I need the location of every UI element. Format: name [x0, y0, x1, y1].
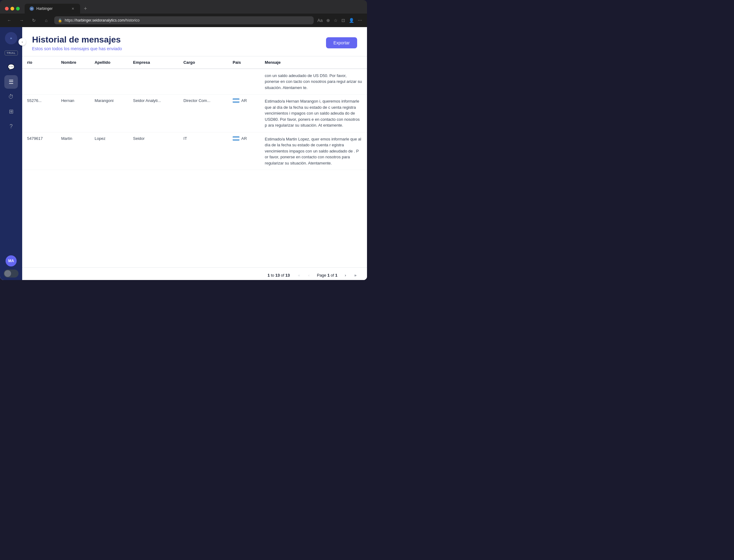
- history-icon: ⏱: [8, 94, 14, 100]
- sidebar-bottom: MA: [4, 255, 18, 278]
- sidebar-expand-button[interactable]: ›: [18, 38, 26, 46]
- sidebar-item-whatsapp[interactable]: 💬: [4, 60, 18, 74]
- export-button[interactable]: Exportar: [326, 37, 357, 48]
- col-header-apellido: Apellido: [90, 56, 128, 69]
- last-page-button[interactable]: »: [351, 271, 359, 279]
- cell-mensaje: con un saldo adeudado de US D50. Por fav…: [260, 69, 367, 95]
- main-content: Historial de mensajes Estos son todos lo…: [22, 27, 367, 280]
- logo-text: H: [10, 37, 12, 39]
- reload-button[interactable]: ↻: [30, 16, 38, 25]
- cell-empresa: [128, 69, 179, 95]
- sidebar-item-help[interactable]: ?: [4, 120, 18, 133]
- page-indicator: Page 1 of 1: [314, 273, 340, 278]
- reader-view-icon[interactable]: Aa: [317, 18, 322, 23]
- cell-apellido: [90, 69, 128, 95]
- message-text: con un saldo adeudado de US D50. Por fav…: [265, 73, 362, 91]
- cell-nombre: [56, 69, 89, 95]
- page-title: Historial de mensajes: [32, 34, 122, 45]
- profile-icon[interactable]: 👤: [349, 18, 354, 23]
- table-header-row: rio Nombre Apellido Empresa Cargo Pais M…: [22, 56, 367, 69]
- new-tab-button[interactable]: +: [81, 4, 90, 13]
- home-button[interactable]: ⌂: [42, 16, 51, 25]
- url-path: /historico: [125, 18, 140, 22]
- col-header-nombre: Nombre: [56, 56, 89, 69]
- cell-cargo: IT: [178, 132, 228, 170]
- browser-titlebar: H Harbinger ✕ +: [0, 0, 367, 14]
- list-icon: ☰: [9, 79, 14, 85]
- address-bar[interactable]: 🔒 https://harbinger.seidoranalytics.com/…: [54, 16, 314, 24]
- cell-pais: AR: [228, 95, 260, 132]
- extensions-icon[interactable]: ⊡: [341, 18, 345, 23]
- header-title-group: Historial de mensajes Estos son todos lo…: [32, 34, 122, 51]
- flag-cell: AR: [233, 136, 255, 141]
- table-container[interactable]: rio Nombre Apellido Empresa Cargo Pais M…: [22, 56, 367, 267]
- sidebar-item-history[interactable]: ⏱: [4, 90, 18, 103]
- cell-mensaje: Estimado/a Hernan Marangon i, queremos i…: [260, 95, 367, 132]
- prev-page-button[interactable]: ‹: [304, 271, 313, 279]
- table-icon: ⊞: [9, 108, 14, 115]
- more-options-icon[interactable]: ⋯: [358, 18, 362, 23]
- cell-apellido: Lopez: [90, 132, 128, 170]
- bookmark-icon[interactable]: ☆: [334, 18, 338, 23]
- browser-toolbar: ← → ↻ ⌂ 🔒 https://harbinger.seidoranalyt…: [0, 14, 367, 27]
- close-tab-button[interactable]: ✕: [70, 6, 75, 11]
- traffic-lights: [5, 7, 20, 10]
- help-icon: ?: [10, 123, 13, 130]
- col-header-cargo: Cargo: [178, 56, 228, 69]
- active-tab[interactable]: H Harbinger ✕: [25, 4, 80, 14]
- tab-title: Harbinger: [36, 6, 68, 11]
- sidebar-item-table[interactable]: ⊞: [4, 105, 18, 118]
- next-page-button[interactable]: ›: [341, 271, 350, 279]
- flag-ar-icon: [233, 136, 239, 141]
- close-window-button[interactable]: [5, 7, 9, 10]
- page-header: Historial de mensajes Estos son todos lo…: [22, 27, 367, 56]
- message-text: Estimado/a Hernan Marangon i, queremos i…: [265, 98, 362, 128]
- first-page-button[interactable]: «: [294, 271, 303, 279]
- trial-badge: TRIAL: [5, 51, 18, 55]
- dark-mode-toggle[interactable]: [4, 270, 18, 278]
- table-row: 5479617 Martin Lopez Seidor IT AR Es: [22, 132, 367, 170]
- pagination-info: 1 to 13 of 13: [267, 273, 290, 278]
- col-header-pais: Pais: [228, 56, 260, 69]
- toggle-knob: [4, 270, 11, 277]
- whatsapp-icon: 💬: [8, 64, 14, 71]
- avatar[interactable]: MA: [6, 255, 17, 266]
- cell-nombre: Hernan: [56, 95, 89, 132]
- cell-cargo: [178, 69, 228, 95]
- minimize-window-button[interactable]: [10, 7, 14, 10]
- lock-icon: 🔒: [58, 18, 62, 22]
- reader-mode-icon[interactable]: ⊕: [326, 18, 330, 23]
- col-header-empresa: Empresa: [128, 56, 179, 69]
- cell-pais: [228, 69, 260, 95]
- cell-cargo: Director Com...: [178, 95, 228, 132]
- message-text: Estimado/a Martin Lopez, quer emos infor…: [265, 136, 362, 166]
- sidebar-item-list[interactable]: ☰: [4, 75, 18, 89]
- messages-table: rio Nombre Apellido Empresa Cargo Pais M…: [22, 56, 367, 170]
- cell-nombre: Martin: [56, 132, 89, 170]
- url-prefix: https://: [65, 18, 76, 22]
- sidebar-logo: H: [5, 32, 17, 44]
- cell-rio: 55276...: [22, 95, 56, 132]
- forward-button[interactable]: →: [17, 16, 26, 25]
- sidebar-logo-wrapper: H ›: [5, 32, 17, 44]
- back-button[interactable]: ←: [5, 16, 14, 25]
- cell-pais: AR: [228, 132, 260, 170]
- page-subtitle: Estos son todos los mensajes que has env…: [32, 46, 122, 51]
- cell-empresa: Seidor: [128, 132, 179, 170]
- country-code: AR: [241, 136, 247, 141]
- cell-empresa: Seidor Analyti...: [128, 95, 179, 132]
- browser-tabs: H Harbinger ✕ +: [25, 4, 362, 14]
- toolbar-actions: Aa ⊕ ☆ ⊡ 👤 ⋯: [317, 18, 362, 23]
- table-row: 55276... Hernan Marangoni Seidor Analyti…: [22, 95, 367, 132]
- flag-ar-icon: [233, 98, 239, 103]
- cell-apellido: Marangoni: [90, 95, 128, 132]
- app-container: H › TRIAL 💬 ☰ ⏱ ⊞ ? MA: [0, 27, 367, 280]
- col-header-mensaje: Mensaje: [260, 56, 367, 69]
- url-display: https://harbinger.seidoranalytics.com/hi…: [65, 18, 310, 22]
- cell-rio: 5479617: [22, 132, 56, 170]
- browser-chrome: H Harbinger ✕ + ← → ↻ ⌂ 🔒 https://harbin…: [0, 0, 367, 27]
- tab-favicon: H: [30, 6, 34, 11]
- table-row: con un saldo adeudado de US D50. Por fav…: [22, 69, 367, 95]
- fullscreen-window-button[interactable]: [16, 7, 20, 10]
- sidebar-nav: 💬 ☰ ⏱ ⊞ ?: [4, 60, 18, 253]
